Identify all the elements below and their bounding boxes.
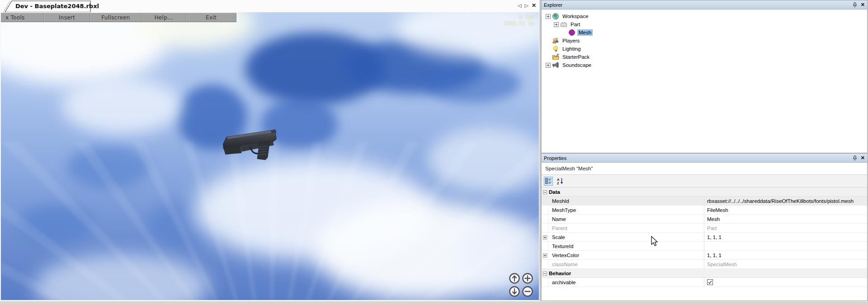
expander-spacer — [545, 38, 551, 44]
fps-counter: 0 fps — [504, 14, 535, 20]
explorer-panel: Explorer ✕ WorkspacePartMeshPlayersLight… — [541, 0, 868, 153]
property-row-textureid[interactable]: TextureId — [542, 242, 867, 251]
svg-text:Z: Z — [557, 181, 559, 185]
property-row-archivable[interactable]: archivable — [542, 278, 867, 287]
menu-item-x-tools[interactable]: x Tools — [1, 13, 44, 22]
property-gutter — [542, 242, 548, 250]
prev-tab-icon[interactable]: ◁ — [518, 2, 521, 9]
tree-item-label: Lighting — [561, 46, 582, 52]
collapse-section-icon[interactable] — [543, 190, 547, 194]
window-bottom-edge — [0, 301, 868, 305]
players-icon — [552, 37, 559, 44]
property-row-meshid[interactable]: MeshIdrbxasset://../../../shareddata/Ris… — [542, 197, 867, 206]
property-row-classname[interactable]: classNameSpecialMesh — [542, 260, 867, 269]
document-tab[interactable]: Dev - Baseplate2048.rbxl — [2, 0, 92, 12]
properties-header[interactable]: Properties ✕ — [542, 154, 867, 163]
game-menu-bar: x ToolsInsertFullscreenHelp...Exit — [1, 13, 236, 22]
menu-item-insert[interactable]: Insert — [44, 13, 90, 22]
camera-controls — [509, 272, 533, 297]
section-row-data[interactable]: Data — [542, 188, 867, 197]
property-row-parent[interactable]: ParentPart — [542, 224, 867, 233]
property-value[interactable]: 1, 1, 1 — [704, 233, 867, 241]
property-name: TextureId — [548, 244, 704, 249]
property-row-scale[interactable]: Scale1, 1, 1 — [542, 233, 867, 242]
property-gutter — [542, 224, 548, 232]
property-name: className — [548, 262, 704, 267]
expand-toggle-icon[interactable] — [545, 62, 551, 68]
tree-item-label: StarterPack — [561, 54, 591, 60]
section-label: Data — [549, 189, 560, 195]
menu-item-help[interactable]: Help... — [142, 13, 186, 22]
tree-item-mesh[interactable]: Mesh — [542, 28, 867, 37]
property-name: MeshType — [548, 207, 704, 213]
property-gutter — [542, 260, 548, 268]
property-row-name[interactable]: NameMesh — [542, 215, 867, 224]
section-row-behavior[interactable]: Behavior — [542, 269, 867, 278]
workspace-icon — [552, 13, 559, 20]
menu-item-fullscreen[interactable]: Fullscreen — [90, 13, 142, 22]
3d-viewport[interactable]: x ToolsInsertFullscreenHelp...Exit 0 fps… — [1, 12, 539, 300]
property-gutter — [542, 197, 548, 205]
property-value[interactable] — [704, 242, 867, 250]
expand-toggle-icon[interactable] — [545, 14, 551, 19]
document-tabbar: Dev - Baseplate2048.rbxl ◁ ▷ ✕ — [0, 0, 540, 12]
property-gutter — [542, 251, 548, 259]
property-value[interactable]: Part — [704, 224, 867, 232]
expand-toggle-icon[interactable] — [553, 22, 559, 28]
close-panel-icon[interactable]: ✕ — [861, 2, 865, 7]
tree-item-workspace[interactable]: Workspace — [542, 12, 867, 20]
tree-item-label: Workspace — [561, 13, 590, 19]
property-gutter — [542, 206, 548, 214]
lighting-icon — [552, 45, 559, 52]
pin-icon[interactable] — [853, 2, 857, 8]
property-value[interactable]: SpecialMesh — [704, 260, 867, 268]
menu-item-exit[interactable]: Exit — [186, 13, 236, 22]
tree-item-label: Players — [561, 38, 581, 44]
property-value[interactable]: rbxasset://../../../shareddata/RiseOfThe… — [704, 197, 867, 205]
property-gutter — [542, 215, 548, 223]
properties-grid: DataMeshIdrbxasset://../../../shareddata… — [542, 188, 867, 287]
property-value[interactable]: 1, 1, 1 — [704, 251, 867, 259]
azsort-view-button[interactable]: AZ — [556, 177, 565, 186]
tab-navigation: ◁ ▷ ✕ — [518, 2, 536, 9]
tree-item-soundscape[interactable]: Soundscape — [542, 61, 867, 69]
property-gutter — [542, 233, 548, 241]
property-value[interactable] — [704, 278, 867, 286]
expander-spacer — [545, 54, 551, 60]
collapse-section-icon[interactable] — [543, 271, 547, 275]
expand-property-icon[interactable] — [543, 235, 547, 239]
tilt-down-button[interactable] — [509, 286, 520, 297]
tree-item-label: Mesh — [577, 29, 593, 36]
explorer-tree: WorkspacePartMeshPlayersLightingStarterP… — [542, 9, 867, 69]
property-name: MeshId — [548, 198, 704, 204]
pistol-mesh-object[interactable] — [221, 129, 280, 164]
expand-property-icon[interactable] — [543, 253, 547, 257]
frame-time: 2009.91 ms — [504, 20, 535, 27]
zoom-out-button[interactable] — [522, 286, 533, 297]
pin-icon[interactable] — [853, 155, 857, 161]
next-tab-icon[interactable]: ▷ — [524, 2, 528, 9]
property-value[interactable]: FileMesh — [704, 206, 867, 214]
checkbox-checked-icon[interactable] — [707, 279, 713, 285]
tree-item-label: Soundscape — [561, 62, 593, 68]
tree-item-starterpack[interactable]: StarterPack — [542, 53, 867, 61]
property-name: Parent — [548, 225, 704, 231]
close-panel-icon[interactable]: ✕ — [861, 155, 865, 160]
tree-item-lighting[interactable]: Lighting — [542, 45, 867, 53]
selected-object-label: SpecialMesh "Mesh" — [542, 163, 867, 175]
close-tab-icon[interactable]: ✕ — [532, 2, 536, 9]
tree-item-players[interactable]: Players — [542, 37, 867, 45]
mouse-cursor — [651, 236, 659, 248]
property-row-vertexcolor[interactable]: VertexColor1, 1, 1 — [542, 251, 867, 260]
categorized-view-button[interactable] — [544, 177, 553, 186]
property-value[interactable]: Mesh — [704, 215, 867, 223]
explorer-header[interactable]: Explorer ✕ — [542, 0, 867, 9]
property-row-meshtype[interactable]: MeshTypeFileMesh — [542, 206, 867, 215]
property-name: VertexColor — [548, 253, 704, 258]
tree-item-part[interactable]: Part — [542, 20, 867, 28]
section-label: Behavior — [549, 271, 571, 276]
roblox-studio-window: Dev - Baseplate2048.rbxl ◁ ▷ ✕ — [0, 0, 868, 305]
property-name: Name — [548, 216, 704, 222]
tilt-up-button[interactable] — [509, 272, 520, 284]
zoom-in-button[interactable] — [522, 272, 533, 284]
